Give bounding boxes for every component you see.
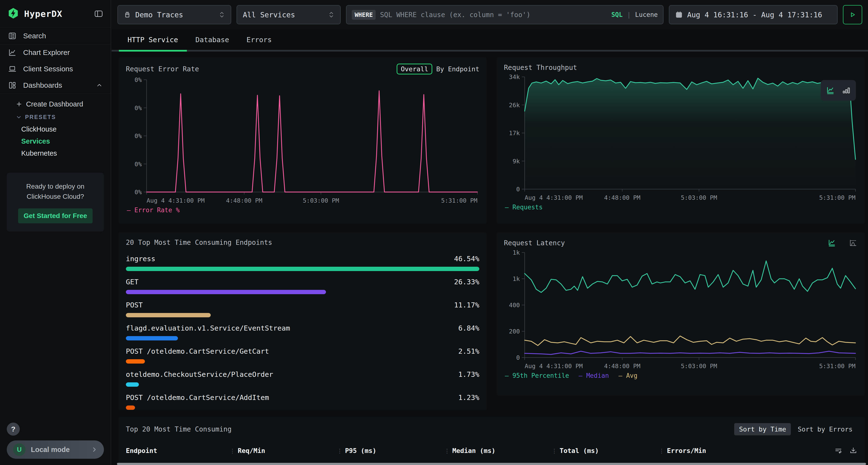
table-header-row: Endpoint ⋮Req/Min ⋮P95 (ms) ⋮Median (ms)… [126,446,858,455]
sql-mode-button[interactable]: SQL [611,11,623,18]
tab-errors[interactable]: Errors [238,29,280,50]
line-chart-type-button[interactable] [826,86,835,95]
list-item[interactable]: flagd.evaluation.v1.Service/EventStream6… [126,324,479,340]
plus-icon [16,101,22,107]
get-started-button[interactable]: Get Started for Free [18,208,93,223]
sidebar-item-dashboards[interactable]: Dashboards [0,77,111,94]
sidebar-item-label: Search [23,32,46,40]
column-label: Errors/Min [667,447,706,455]
column-header-req-min[interactable]: ⋮Req/Min [229,447,337,455]
drag-handle-icon[interactable]: ⋮ [229,447,235,455]
service-select-value: All Services [243,10,295,19]
where-badge: WHERE [352,10,376,20]
sidebar-item-label: Client Sessions [23,65,73,73]
overall-toggle-button[interactable]: Overall [397,64,432,74]
time-range-value: Aug 4 16:31:16 - Aug 4 17:31:16 [687,10,822,19]
sidebar-item-clickhouse[interactable]: ClickHouse [16,123,111,135]
by-endpoint-toggle-button[interactable]: By Endpoint [436,65,479,73]
selector-icon [219,10,225,19]
svg-text:0%: 0% [134,189,142,196]
sort-by-time-button[interactable]: Sort by Time [734,423,791,435]
legend-95th-percentile[interactable]: — 95th Percentile [505,372,569,379]
tab-database[interactable]: Database [187,29,238,50]
list-item[interactable]: POST /oteldemo.CartService/AddItem1.23% [126,393,479,410]
legend-error-rate[interactable]: — Error Rate % [127,206,180,214]
sidebar-item-chart-explorer[interactable]: Chart Explorer [0,44,111,61]
endpoint-bar [126,383,139,387]
endpoint-bar [126,405,135,410]
svg-text:0%: 0% [134,105,142,111]
run-query-button[interactable] [843,5,862,24]
endpoint-bar [126,336,178,340]
endpoint-value: 1.23% [458,393,479,402]
presets-toggle[interactable]: PRESETS [16,111,111,123]
column-header-p95[interactable]: ⋮P95 (ms) [337,447,444,455]
svg-text:Aug 4 4:31:00 PM: Aug 4 4:31:00 PM [525,363,583,370]
svg-text:9k: 9k [513,158,520,165]
legend-avg[interactable]: — Avg [618,372,637,379]
bar-chart-type-button[interactable] [842,86,851,95]
line-chart-type-button[interactable] [828,238,836,247]
legend-requests[interactable]: — Requests [505,204,543,211]
download-icon [849,446,858,455]
create-dashboard-button[interactable]: Create Dashboard [16,97,111,111]
sort-by-errors-button[interactable]: Sort by Errors [793,423,858,435]
user-menu[interactable]: U Local mode [7,440,104,459]
horizontal-scrollbar[interactable] [117,463,866,465]
download-button[interactable] [849,446,858,455]
table-title: Top 20 Most Time Consuming [126,425,231,433]
mode-divider: | [627,11,631,18]
column-header-errors-min[interactable]: ⋮Errors/Min [659,447,829,455]
sidebar-item-services[interactable]: Services [16,135,111,147]
endpoint-label: POST /oteldemo.CartService/AddItem [126,393,269,402]
hyperdx-logo-icon[interactable] [8,8,19,20]
calendar-icon [675,11,683,19]
line-chart-icon [826,86,835,95]
svg-text:5:31:00 PM: 5:31:00 PM [819,194,856,201]
list-item[interactable]: ingress46.54% [126,255,479,271]
search-log-icon [8,32,17,40]
endpoint-bar [126,267,479,271]
search-bar: WHERE SQL | Lucene [346,5,663,24]
list-item[interactable]: POST11.17% [126,301,479,317]
column-label: Total (ms) [560,447,599,455]
drag-handle-icon[interactable]: ⋮ [659,447,664,455]
legend-median[interactable]: — Median [579,372,609,379]
list-item[interactable]: POST /oteldemo.CartService/GetCart2.51% [126,347,479,364]
top-time-consuming-table-card: Top 20 Most Time Consuming Sort by Time … [119,417,865,465]
column-header-total[interactable]: ⋮Total (ms) [551,447,659,455]
column-header-median[interactable]: ⋮Median (ms) [444,447,551,455]
drag-handle-icon[interactable]: ⋮ [444,447,450,455]
chart-title: Request Latency [504,239,565,247]
column-header-endpoint[interactable]: Endpoint [126,447,229,455]
sidebar-item-client-sessions[interactable]: Client Sessions [0,61,111,77]
sidebar-item-label: Dashboards [23,81,62,89]
tab-http-service[interactable]: HTTP Service [119,29,187,50]
service-select[interactable]: All Services [237,5,341,24]
time-range-picker[interactable]: Aug 4 16:31:16 - Aug 4 17:31:16 [669,5,838,24]
chart-type-toggle [821,80,856,101]
sidebar-item-search[interactable]: Search [0,28,111,44]
drag-handle-icon[interactable]: ⋮ [337,447,343,455]
list-item[interactable]: GET26.33% [126,278,479,294]
svg-text:26k: 26k [509,102,520,109]
line-chart-icon [8,48,17,57]
lucene-mode-button[interactable]: Lucene [635,11,658,18]
throughput-chart: 09k17k26k34kAug 4 4:31:00 PM4:48:00 PM5:… [504,73,858,203]
list-item[interactable]: oteldemo.CheckoutService/PlaceOrder1.73% [126,370,479,387]
svg-text:4:48:00 PM: 4:48:00 PM [226,197,262,204]
sidebar-item-kubernetes[interactable]: Kubernetes [16,147,111,159]
endpoint-label: flagd.evaluation.v1.Service/EventStream [126,324,290,332]
svg-text:4:48:00 PM: 4:48:00 PM [604,194,641,201]
help-button[interactable]: ? [7,423,20,436]
source-select[interactable]: Demo Traces [117,5,231,24]
wrap-text-button[interactable] [834,446,842,455]
app-title[interactable]: HyperDX [24,9,62,19]
search-input[interactable] [380,11,607,19]
sidebar-collapse-icon[interactable] [94,9,103,18]
drag-handle-icon[interactable]: ⋮ [551,447,557,455]
svg-text:0%: 0% [134,76,142,84]
svg-text:0%: 0% [134,133,142,139]
endpoint-value: 2.51% [458,347,479,355]
distribution-chart-type-button[interactable] [849,238,858,247]
